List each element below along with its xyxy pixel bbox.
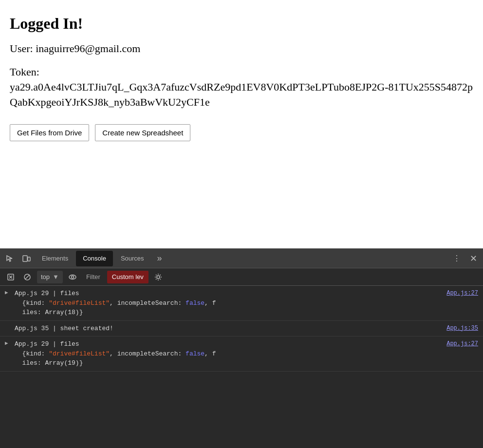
entry-1-text: App.js 29 | files (15, 290, 79, 297)
entry-3-text: App.js 29 | files (15, 340, 79, 348)
custom-levels-button[interactable]: Custom lev (107, 271, 149, 283)
more-tabs-button[interactable]: » (152, 251, 167, 266)
devtools-panel: Elements Console Sources » ⋮ ✕ top (0, 248, 483, 448)
block-icon[interactable] (20, 270, 34, 284)
console-entry-1: ▶ App.js 29 | files App.js:27 {kind: "dr… (0, 286, 483, 321)
entry-3-object-2: iles: Array(19)} (15, 359, 83, 367)
tab-sources[interactable]: Sources (114, 251, 151, 266)
devtools-close-icon[interactable]: ✕ (465, 251, 481, 266)
svg-point-9 (157, 276, 160, 279)
eye-icon[interactable] (66, 270, 79, 284)
context-value: top (41, 273, 50, 280)
filter-label: Filter (82, 273, 104, 280)
user-label: User: (10, 42, 33, 55)
console-settings-icon[interactable] (151, 270, 165, 284)
page-content: Logged In! User: inaguirre96@gmail.com T… (0, 0, 483, 248)
svg-rect-0 (23, 256, 27, 261)
expand-arrow-1[interactable]: ▶ (5, 289, 8, 297)
console-output: ▶ App.js 29 | files App.js:27 {kind: "dr… (0, 286, 483, 448)
entry-1-object-2: iles: Array(18)} (15, 309, 83, 316)
user-email: inaguirre96@gmail.com (36, 42, 140, 55)
context-dropdown-arrow: ▼ (53, 273, 59, 280)
entry-3-link[interactable]: App.js:27 (446, 339, 478, 348)
expand-arrow-3[interactable]: ▶ (5, 339, 8, 348)
devtools-menu-icon[interactable]: ⋮ (449, 251, 464, 266)
token-label: Token: (10, 66, 39, 78)
svg-line-6 (25, 275, 30, 279)
console-toolbar: top ▼ Filter Custom lev (0, 268, 483, 286)
token-value: ya29.a0Ae4lvC3LTJiu7qL_Gqx3A7afuzcVsdRZe… (10, 81, 473, 108)
entry-1-object: {kind: "drive#fileList", incompleteSearc… (15, 299, 216, 307)
console-entry-3: ▶ App.js 29 | files App.js:27 {kind: "dr… (0, 336, 483, 372)
svg-point-8 (71, 276, 74, 278)
tab-console[interactable]: Console (76, 251, 113, 266)
entry-2-link[interactable]: App.js:35 (446, 324, 478, 333)
context-selector[interactable]: top ▼ (37, 271, 63, 283)
svg-rect-1 (28, 257, 30, 261)
entry-2-text: App.js 35 | sheet created! (15, 325, 113, 332)
devtools-toolbar: Elements Console Sources » ⋮ ✕ (0, 249, 483, 268)
token-block: Token: ya29.a0Ae4lvC3LTJiu7qL_Gqx3A7afuz… (10, 65, 473, 110)
create-spreadsheet-button[interactable]: Create new Spreadsheet (95, 124, 190, 141)
device-toolbar-icon[interactable] (19, 251, 34, 266)
entry-1-link[interactable]: App.js:27 (446, 289, 478, 298)
get-files-button[interactable]: Get Files from Drive (10, 124, 89, 141)
buttons-row: Get Files from Drive Create new Spreadsh… (10, 124, 473, 141)
clear-console-icon[interactable] (4, 270, 18, 284)
console-entry-2: App.js 35 | sheet created! App.js:35 (0, 321, 483, 337)
tab-elements[interactable]: Elements (35, 251, 75, 266)
user-line: User: inaguirre96@gmail.com (10, 42, 473, 55)
entry-3-object: {kind: "drive#fileList", incompleteSearc… (15, 350, 216, 357)
page-title: Logged In! (10, 15, 473, 33)
inspect-element-icon[interactable] (2, 251, 18, 266)
